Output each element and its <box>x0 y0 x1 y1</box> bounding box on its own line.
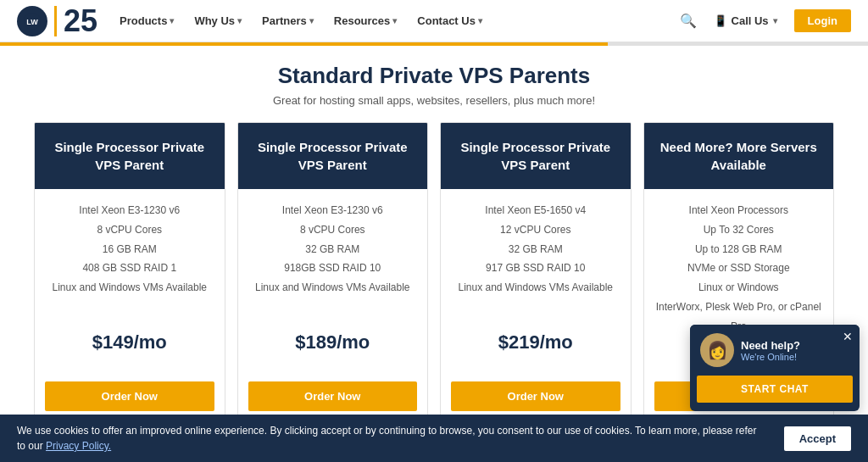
nav-products[interactable]: Products ▾ <box>111 9 182 32</box>
svg-text:LW: LW <box>26 18 38 26</box>
chevron-down-icon: ▾ <box>478 16 482 25</box>
nav-resources[interactable]: Resources ▾ <box>326 9 405 32</box>
card-body-1: Intel Xeon E3-1230 v6 8 vCPU Cores 16 GB… <box>35 189 225 420</box>
card-specs-1: Intel Xeon E3-1230 v6 8 vCPU Cores 16 GB… <box>45 201 214 298</box>
standard-section-subtitle: Great for hosting small apps, websites, … <box>34 94 834 107</box>
standard-card-2: Single Processor Private VPS Parent Inte… <box>237 122 429 420</box>
nav-partners[interactable]: Partners ▾ <box>253 9 322 32</box>
chat-text: Need help? We're Online! <box>741 339 800 362</box>
card-header-3: Single Processor Private VPS Parent <box>441 123 631 189</box>
chevron-down-icon: ▾ <box>170 16 174 25</box>
cookie-bar: We use cookies to offer an improved onli… <box>0 415 868 462</box>
order-button-2[interactable]: Order Now <box>248 381 418 411</box>
card-header-4: Need More? More Servers Available <box>644 123 834 189</box>
login-button[interactable]: Login <box>794 9 851 32</box>
card-specs-4: Intel Xeon Processors Up To 32 Cores Up … <box>654 201 824 337</box>
privacy-policy-link[interactable]: Privacy Policy. <box>46 440 111 452</box>
card-specs-2: Intel Xeon E3-1230 v6 8 vCPU Cores 32 GB… <box>248 201 418 298</box>
chevron-down-icon: ▾ <box>237 16 242 25</box>
navbar-right: 🔍 📱 Call Us ▾ Login <box>680 9 851 32</box>
accept-cookies-button[interactable]: Accept <box>784 426 851 451</box>
standard-section-title: Standard Private VPS Parents <box>34 63 834 89</box>
card-header-2: Single Processor Private VPS Parent <box>238 123 428 189</box>
chevron-down-icon: ▾ <box>773 16 777 25</box>
chat-avatar: 👩 <box>700 333 734 367</box>
cookie-text: We use cookies to offer an improved onli… <box>17 423 767 454</box>
navbar-left: LW 25 Products ▾ Why Us ▾ Partners ▾ Res… <box>17 6 491 36</box>
logo-25: 25 <box>54 6 97 36</box>
nav-links: Products ▾ Why Us ▾ Partners ▾ Resources… <box>111 9 491 32</box>
chat-header: 👩 Need help? We're Online! <box>690 325 860 376</box>
start-chat-button[interactable]: START CHAT <box>697 376 853 403</box>
card-body-3: Intel Xeon E5-1650 v4 12 vCPU Cores 32 G… <box>441 189 631 420</box>
chat-close-button[interactable]: ✕ <box>843 330 853 343</box>
nav-whyus[interactable]: Why Us ▾ <box>186 9 250 32</box>
chevron-down-icon: ▾ <box>392 16 397 25</box>
phone-icon: 📱 <box>714 14 727 27</box>
card-body-2: Intel Xeon E3-1230 v6 8 vCPU Cores 32 GB… <box>238 189 428 420</box>
logo-icon: LW <box>17 6 47 36</box>
card-specs-3: Intel Xeon E5-1650 v4 12 vCPU Cores 32 G… <box>451 201 620 298</box>
nav-contact[interactable]: Contact Us ▾ <box>409 9 491 32</box>
order-button-3[interactable]: Order Now <box>451 381 620 411</box>
navbar: LW 25 Products ▾ Why Us ▾ Partners ▾ Res… <box>0 0 868 42</box>
search-button[interactable]: 🔍 <box>680 13 697 29</box>
card-price-3: $219/mo <box>451 331 620 353</box>
standard-card-1: Single Processor Private VPS Parent Inte… <box>34 122 225 420</box>
logo-area: LW 25 <box>17 6 97 36</box>
call-us-button[interactable]: 📱 Call Us ▾ <box>707 11 784 31</box>
chat-widget: ✕ 👩 Need help? We're Online! START CHAT <box>690 325 860 411</box>
card-header-1: Single Processor Private VPS Parent <box>35 123 225 189</box>
chevron-down-icon: ▾ <box>309 16 314 25</box>
card-price-2: $189/mo <box>248 331 418 353</box>
card-price-1: $149/mo <box>45 331 214 353</box>
order-button-1[interactable]: Order Now <box>45 381 214 411</box>
standard-card-3: Single Processor Private VPS Parent Inte… <box>440 122 632 420</box>
